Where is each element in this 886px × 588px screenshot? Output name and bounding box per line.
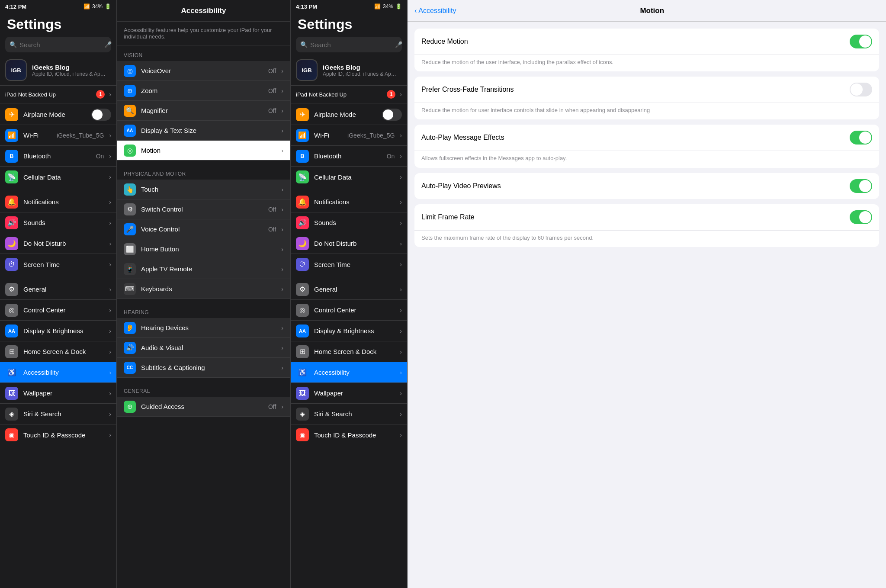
left-settings-list: ✈ Airplane Mode 📶 Wi-Fi iGeeks_Tube_5G ›… — [0, 103, 116, 588]
right-backup-chevron: › — [400, 91, 402, 98]
left-account-row[interactable]: iGB iGeeks Blog Apple ID, iCloud, iTunes… — [0, 55, 116, 86]
sidebar-item-sounds[interactable]: 🔊 Sounds › — [0, 212, 116, 233]
touch-icon: 👆 — [124, 183, 136, 196]
panel-item-display-text[interactable]: AA Display & Text Size › — [117, 121, 290, 141]
sidebar-item-accessibility[interactable]: ♿ Accessibility › — [0, 362, 116, 383]
accessibility-label: Accessibility — [23, 369, 104, 376]
panel-item-audio-visual[interactable]: 🔊 Audio & Visual › — [117, 338, 290, 358]
display-icon: AA — [5, 325, 18, 337]
panel-item-touch[interactable]: 👆 Touch › — [117, 180, 290, 199]
prefer-crossfade-description: Reduce the motion for user interface con… — [414, 103, 879, 119]
sidebar-item-siri[interactable]: ◈ Siri & Search › — [0, 404, 116, 424]
accessibility-icon: ♿ — [5, 366, 18, 379]
right-account-row[interactable]: iGB iGeeks Blog Apple ID, iCloud, iTunes… — [291, 55, 407, 86]
display-label: Display & Brightness — [23, 327, 104, 334]
right-battery-icon: 🔋 — [395, 3, 402, 10]
left-search-input[interactable] — [19, 41, 102, 48]
right-siri-icon: ◈ — [296, 408, 309, 421]
sidebar-item-cellular[interactable]: 📡 Cellular Data › — [0, 167, 116, 187]
right-sidebar-item-touch-id[interactable]: ◉ Touch ID & Passcode › — [291, 424, 407, 445]
voice-control-label: Voice Control — [141, 225, 263, 233]
touch-label: Touch — [141, 186, 276, 193]
accessibility-panel-header: Accessibility — [117, 0, 290, 22]
right-search-bar[interactable]: 🔍 🎤 — [296, 37, 402, 52]
right-touch-id-icon: ◉ — [296, 428, 309, 441]
panel-item-keyboards[interactable]: ⌨ Keyboards › — [117, 279, 290, 299]
sidebar-item-bluetooth[interactable]: B Bluetooth On › — [0, 146, 116, 167]
panel-item-guided-access[interactable]: ⊕ Guided Access Off › — [117, 397, 290, 417]
limit-frame-rate-toggle[interactable] — [850, 210, 872, 224]
cellular-label: Cellular Data — [23, 174, 104, 181]
left-screen: 4:12 PM 📶 34% 🔋 Settings 🔍 🎤 iGB iGeeks … — [0, 0, 291, 588]
wifi-icon: 📶 — [5, 129, 18, 142]
sidebar-item-wifi[interactable]: 📶 Wi-Fi iGeeks_Tube_5G › — [0, 125, 116, 146]
right-sidebar: 4:13 PM 📶 34% 🔋 Settings 🔍 🎤 iGB iGeeks … — [291, 0, 408, 588]
right-sidebar-item-notifications[interactable]: 🔔 Notifications › — [291, 192, 407, 212]
right-search-input[interactable] — [310, 41, 392, 48]
auto-play-messages-toggle[interactable] — [850, 131, 872, 145]
keyboards-label: Keyboards — [141, 285, 276, 292]
search-icon: 🔍 — [10, 41, 17, 48]
sounds-label: Sounds — [23, 219, 104, 226]
right-airplane-toggle[interactable] — [382, 109, 402, 121]
panel-item-hearing-devices[interactable]: 👂 Hearing Devices › — [117, 318, 290, 338]
right-wallpaper-label: Wallpaper — [314, 389, 395, 397]
sidebar-item-display[interactable]: AA Display & Brightness › — [0, 321, 116, 341]
right-sidebar-item-siri[interactable]: ◈ Siri & Search › — [291, 404, 407, 424]
right-notifications-icon: 🔔 — [296, 196, 309, 209]
right-siri-label: Siri & Search — [314, 410, 395, 418]
right-sidebar-item-dnd[interactable]: 🌙 Do Not Disturb › — [291, 233, 407, 254]
panel-item-voiceover[interactable]: ◎ VoiceOver Off › — [117, 61, 290, 81]
prefer-crossfade-toggle[interactable] — [850, 83, 872, 96]
sidebar-item-airplane-mode[interactable]: ✈ Airplane Mode — [0, 104, 116, 125]
left-search-bar[interactable]: 🔍 🎤 — [5, 37, 111, 52]
display-text-label: Display & Text Size — [141, 127, 276, 134]
right-sidebar-item-wallpaper[interactable]: 🖼 Wallpaper › — [291, 383, 407, 404]
panel-item-voice-control[interactable]: 🎤 Voice Control Off › — [117, 219, 290, 239]
right-sidebar-item-screen-time[interactable]: ⏱ Screen Time › — [291, 254, 407, 275]
right-sidebar-item-wifi[interactable]: 📶 Wi-Fi iGeeks_Tube_5G › — [291, 125, 407, 146]
airplane-mode-toggle[interactable] — [91, 109, 111, 121]
right-backup-row[interactable]: iPad Not Backed Up 1 › — [291, 86, 407, 103]
panel-item-apple-tv[interactable]: 📱 Apple TV Remote › — [117, 259, 290, 279]
sidebar-item-screen-time[interactable]: ⏱ Screen Time › — [0, 254, 116, 275]
right-sidebar-item-cellular[interactable]: 📡 Cellular Data › — [291, 167, 407, 187]
panel-item-magnifier[interactable]: 🔍 Magnifier Off › — [117, 101, 290, 121]
hearing-devices-icon: 👂 — [124, 322, 136, 334]
auto-play-video-toggle[interactable] — [850, 179, 872, 193]
right-general-label: General — [314, 286, 395, 293]
right-sidebar-item-airplane-mode[interactable]: ✈ Airplane Mode — [291, 104, 407, 125]
dnd-label: Do Not Disturb — [23, 240, 104, 247]
motion-icon: ◎ — [124, 145, 136, 157]
right-sidebar-item-home-screen[interactable]: ⊞ Home Screen & Dock › — [291, 341, 407, 362]
general-icon: ⚙ — [5, 283, 18, 296]
notifications-icon: 🔔 — [5, 196, 18, 209]
right-sidebar-item-general[interactable]: ⚙ General › — [291, 279, 407, 300]
panel-item-subtitles[interactable]: CC Subtitles & Captioning › — [117, 358, 290, 378]
panel-item-switch-control[interactable]: ⚙ Switch Control Off › — [117, 199, 290, 219]
sidebar-item-home-screen[interactable]: ⊞ Home Screen & Dock › — [0, 341, 116, 362]
motion-back-button[interactable]: ‹ Accessibility — [414, 7, 456, 15]
motion-label: Motion — [141, 147, 276, 154]
magnifier-label: Magnifier — [141, 107, 263, 114]
sidebar-item-control-center[interactable]: ◎ Control Center › — [0, 300, 116, 321]
panel-item-motion[interactable]: ◎ Motion › — [117, 141, 290, 161]
panel-item-zoom[interactable]: ⊕ Zoom Off › — [117, 81, 290, 101]
left-backup-row[interactable]: iPad Not Backed Up 1 › — [0, 86, 116, 103]
right-sidebar-item-sounds[interactable]: 🔊 Sounds › — [291, 212, 407, 233]
right-sidebar-item-bluetooth[interactable]: B Bluetooth On › — [291, 146, 407, 167]
sidebar-item-dnd[interactable]: 🌙 Do Not Disturb › — [0, 233, 116, 254]
sidebar-item-notifications[interactable]: 🔔 Notifications › — [0, 192, 116, 212]
limit-frame-rate-label: Limit Frame Rate — [421, 213, 844, 221]
right-sidebar-item-control-center[interactable]: ◎ Control Center › — [291, 300, 407, 321]
reduce-motion-toggle[interactable] — [850, 35, 872, 48]
sidebar-item-wallpaper[interactable]: 🖼 Wallpaper › — [0, 383, 116, 404]
panel-item-home-button[interactable]: ⬜ Home Button › — [117, 239, 290, 259]
general-accessibility-section-header: GENERAL — [117, 381, 290, 397]
back-chevron-icon: ‹ — [414, 7, 417, 15]
right-sidebar-item-accessibility[interactable]: ♿ Accessibility › — [291, 362, 407, 383]
right-sidebar-item-display[interactable]: AA Display & Brightness › — [291, 321, 407, 341]
reduce-motion-row: Reduce Motion — [414, 29, 879, 55]
sidebar-item-general[interactable]: ⚙ General › — [0, 279, 116, 300]
sidebar-item-touch-id[interactable]: ◉ Touch ID & Passcode › — [0, 424, 116, 445]
